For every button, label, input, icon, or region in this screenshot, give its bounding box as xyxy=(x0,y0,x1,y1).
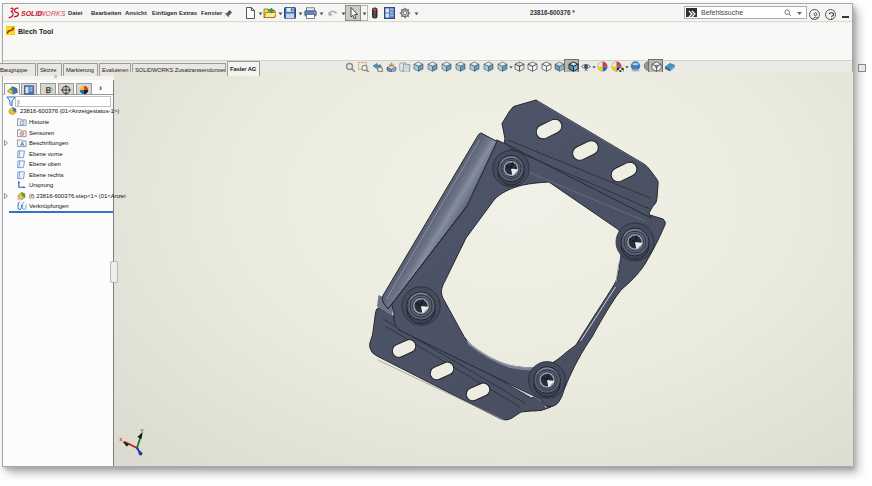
svg-text:Y: Y xyxy=(141,429,144,434)
svg-text:WORKS: WORKS xyxy=(39,10,66,17)
svg-text:A: A xyxy=(20,141,25,147)
svg-text:x: x xyxy=(120,437,123,442)
